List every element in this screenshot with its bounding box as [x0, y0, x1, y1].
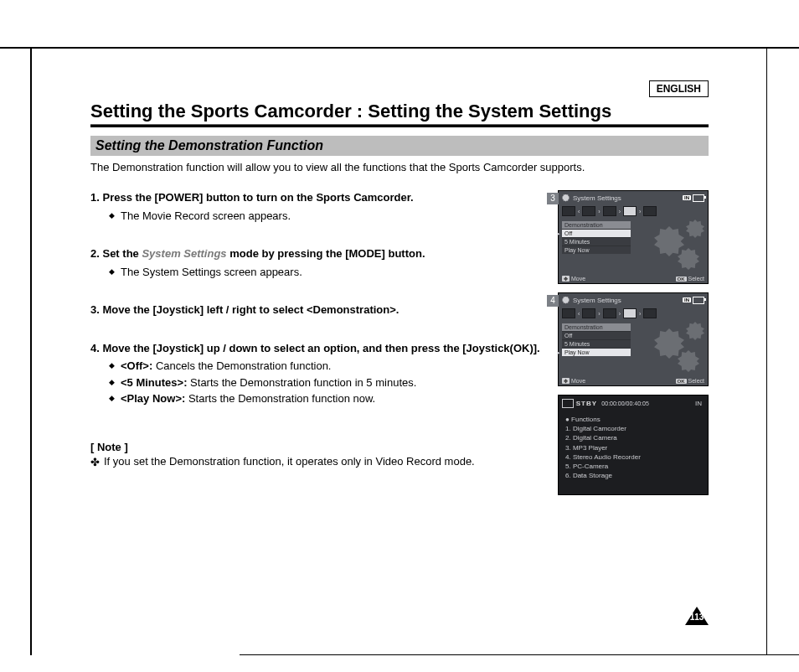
menu-row-selected: Off: [562, 229, 631, 237]
crop-mark: [240, 654, 799, 655]
note-text: If you set the Demonstration function, i…: [90, 454, 543, 469]
memory-icon: IN: [683, 297, 691, 302]
option-desc: Cancels the Demonstration function.: [156, 359, 332, 372]
functions-heading: ● Functions: [565, 415, 704, 424]
step-title-post: mode by pressing the [MODE] button.: [229, 247, 425, 260]
function-item: 1. Digital Camcorder: [565, 424, 704, 433]
screen-title: System Settings: [573, 194, 621, 202]
mode-icon: [643, 308, 657, 318]
step-number: 2.: [90, 247, 100, 260]
note-heading: [ Note ]: [90, 440, 543, 455]
memory-icon: IN: [695, 400, 702, 407]
page-number: 113: [685, 613, 709, 622]
mode-icon-row: ‹ › › ›: [559, 308, 708, 319]
battery-icon: [693, 194, 704, 202]
gear-bg-icon: [654, 220, 704, 270]
screenshots-column: 3 System Settings IN ‹ › › › Demons: [558, 190, 709, 495]
lcd-screenshot-4: 4 System Settings IN ‹ › › › Demons: [558, 292, 709, 386]
mode-icon-selected: [623, 308, 637, 318]
memory-icon: IN: [683, 195, 691, 200]
function-item: 5. PC-Camera: [565, 462, 704, 471]
step-title-pre: Set the: [102, 247, 138, 260]
hint-move: ✥Move: [562, 378, 585, 384]
status-stby: STBY: [576, 400, 597, 407]
mode-icon: [562, 206, 575, 216]
function-item: 6. Data Storage: [565, 471, 704, 480]
step-title: Move the [Joystick] up / down to select …: [102, 342, 539, 354]
content-area: Setting the Sports Camcorder : Setting t…: [90, 101, 709, 495]
option-label: <Play Now>:: [121, 392, 185, 405]
crop-mark: [30, 47, 32, 655]
gear-bg-icon: [654, 322, 704, 372]
section-subhead: Setting the Demonstration Function: [90, 136, 709, 156]
screenshot-tag: 4: [547, 295, 559, 307]
mode-icon: [643, 206, 657, 216]
mode-icon: [582, 206, 595, 216]
step-title: Press the [POWER] button to turn on the …: [102, 191, 413, 204]
crop-mark: [0, 47, 799, 49]
mode-icon: [603, 206, 616, 216]
timecode: 00:00:00/00:40:05: [601, 401, 648, 406]
intro-text: The Demonstration function will allow yo…: [90, 161, 709, 173]
screenshot-tag: 3: [547, 193, 559, 204]
step-sub: The Movie Record screen appears.: [109, 209, 543, 224]
step-1: 1. Press the [POWER] button to turn on t…: [90, 190, 543, 223]
mode-icon-selected: [623, 206, 637, 216]
gear-icon: [562, 194, 570, 202]
mode-icon: [562, 308, 575, 318]
option-desc: Starts the Demonstration function in 5 m…: [190, 376, 416, 389]
screen-title: System Settings: [573, 297, 621, 304]
page-title: Setting the Sports Camcorder : Setting t…: [90, 101, 709, 122]
step-sub: <Play Now>: Starts the Demonstration fun…: [109, 391, 543, 406]
step-number: 3.: [90, 303, 100, 316]
option-label: <Off>:: [121, 359, 152, 372]
step-title-em: System Settings: [142, 247, 226, 260]
mode-icon: [603, 308, 616, 318]
hint-move: ✥Move: [562, 276, 585, 282]
camcorder-icon: [562, 399, 574, 408]
step-title: Move the [Joystick] left / right to sele…: [102, 303, 399, 316]
lcd-screenshot-3: 3 System Settings IN ‹ › › › Demons: [558, 190, 709, 284]
hint-select: OKSelect: [676, 276, 704, 282]
menu-row: Off: [562, 331, 631, 339]
mode-icon: [582, 308, 595, 318]
step-number: 4.: [90, 342, 100, 354]
step-sub: The System Settings screen appears.: [109, 265, 543, 280]
page: ENGLISH Setting the Sports Camcorder : S…: [0, 0, 799, 672]
option-label: <5 Minutes>:: [121, 376, 187, 389]
battery-icon: [693, 297, 704, 304]
crop-mark: [766, 47, 767, 655]
step-2: 2. Set the System Settings mode by press…: [90, 246, 543, 279]
step-3: 3. Move the [Joystick] left / right to s…: [90, 302, 543, 318]
title-rule: [90, 124, 709, 127]
step-sub: <5 Minutes>: Starts the Demonstration fu…: [109, 375, 543, 390]
step-sub: <Off>: Cancels the Demonstration functio…: [109, 359, 543, 374]
step-4: 4. Move the [Joystick] up / down to sele…: [90, 341, 543, 406]
menu-header: Demonstration: [562, 323, 631, 331]
gear-icon: [562, 297, 570, 304]
menu-header: Demonstration: [562, 221, 631, 229]
instructions-column: 1. Press the [POWER] button to turn on t…: [90, 190, 543, 495]
option-desc: Starts the Demonstration function now.: [188, 392, 375, 405]
menu-row: 5 Minutes: [562, 237, 631, 246]
lcd-screenshot-functions: STBY 00:00:00/00:40:05 IN ● Functions 1.…: [558, 395, 709, 495]
function-item: 4. Stereo Audio Recorder: [565, 452, 704, 462]
menu-row: Play Now: [562, 246, 631, 254]
menu-row-selected: Play Now: [562, 348, 631, 356]
function-item: 3. MP3 Player: [565, 443, 704, 452]
menu-panel: Demonstration Off 5 Minutes Play Now: [562, 221, 631, 254]
step-number: 1.: [90, 191, 100, 204]
hint-select: OKSelect: [676, 378, 704, 384]
menu-panel: Demonstration Off 5 Minutes Play Now: [562, 323, 631, 356]
functions-list: ● Functions 1. Digital Camcorder 2. Digi…: [565, 415, 704, 480]
language-badge: ENGLISH: [649, 80, 709, 97]
function-item: 2. Digital Camera: [565, 433, 704, 442]
mode-icon-row: ‹ › › ›: [559, 205, 708, 217]
menu-row: 5 Minutes: [562, 339, 631, 348]
